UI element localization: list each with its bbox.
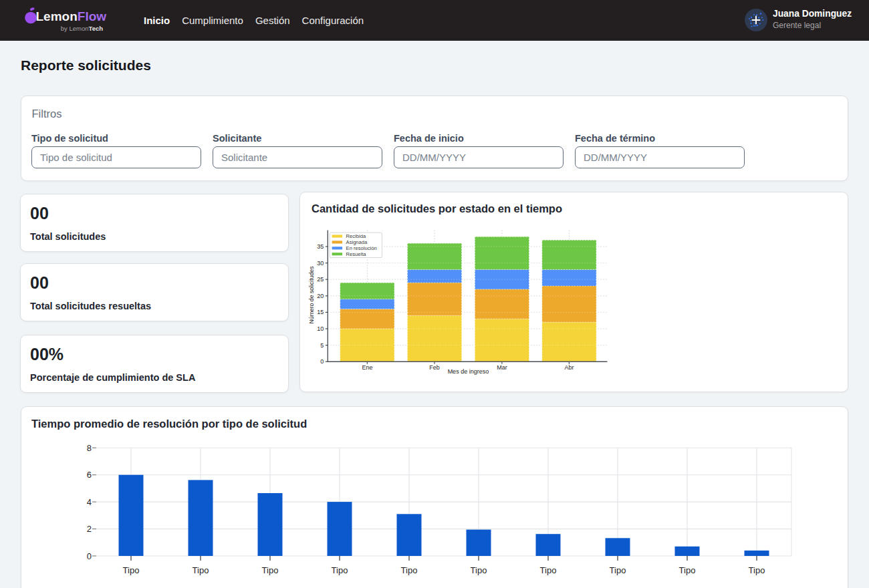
- svg-text:En resolución: En resolución: [346, 245, 377, 251]
- svg-text:Tipo: Tipo: [401, 565, 418, 575]
- svg-text:10: 10: [317, 325, 324, 332]
- svg-text:5: 5: [320, 342, 324, 349]
- svg-text:Tipo: Tipo: [679, 565, 696, 575]
- svg-text:35: 35: [317, 243, 324, 250]
- svg-text:8: 8: [87, 443, 92, 453]
- svg-text:Tipo: Tipo: [749, 565, 765, 575]
- svg-text:30: 30: [317, 260, 324, 267]
- svg-text:25: 25: [317, 276, 324, 283]
- svg-text:Feb: Feb: [429, 364, 440, 371]
- svg-text:Ene: Ene: [362, 364, 372, 371]
- svg-text:Abr: Abr: [564, 364, 574, 371]
- svg-text:Recibida: Recibida: [346, 233, 366, 239]
- svg-text:Tipo: Tipo: [610, 565, 626, 575]
- svg-text:Número de solicitudes: Número de solicitudes: [308, 266, 315, 324]
- svg-text:Mar: Mar: [497, 364, 507, 371]
- svg-text:Tipo: Tipo: [540, 565, 557, 575]
- svg-text:4: 4: [87, 497, 92, 507]
- svg-text:Tipo: Tipo: [471, 565, 487, 575]
- svg-text:Tipo: Tipo: [193, 565, 209, 575]
- svg-text:Tipo: Tipo: [123, 565, 140, 575]
- svg-text:2: 2: [87, 524, 92, 534]
- svg-text:0: 0: [87, 551, 92, 561]
- svg-text:Tipo: Tipo: [262, 565, 279, 575]
- svg-text:20: 20: [317, 293, 324, 299]
- svg-text:6: 6: [87, 470, 92, 480]
- svg-text:Tipo: Tipo: [332, 565, 348, 575]
- svg-text:Resuelta: Resuelta: [346, 251, 367, 257]
- svg-text:15: 15: [317, 309, 324, 315]
- svg-text:Mes de ingreso: Mes de ingreso: [448, 368, 489, 375]
- svg-text:Asignada: Asignada: [346, 239, 368, 245]
- svg-text:0: 0: [320, 358, 324, 365]
